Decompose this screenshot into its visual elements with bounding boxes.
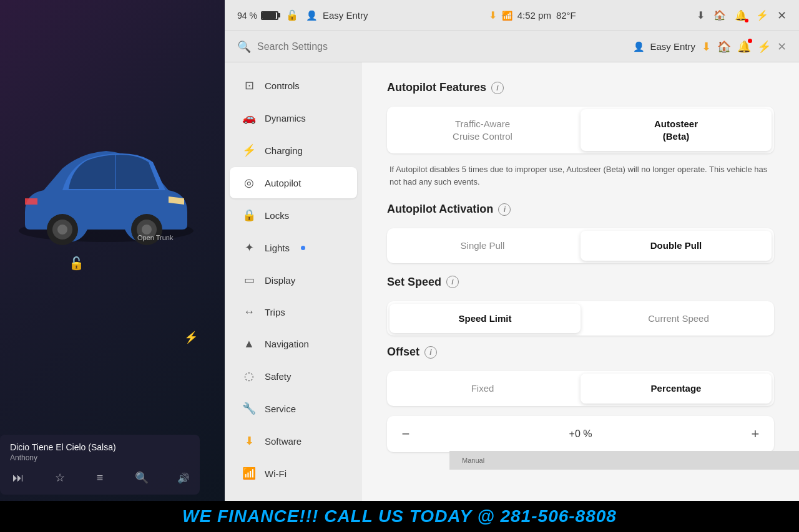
offset-control: − +0 % + <box>387 416 774 452</box>
offset-value: +0 % <box>424 428 737 440</box>
offset-title: Offset i <box>387 346 774 359</box>
status-center: ⬇ 📶 4:52 pm 82°F <box>489 9 576 21</box>
controls-label: Controls <box>265 80 300 91</box>
sidebar-item-dynamics[interactable]: 🚗 Dynamics <box>230 102 357 133</box>
search-bar: 🔍 👤 Easy Entry ⬇ 🏠 🔔 ⚡ ✕ <box>225 31 799 62</box>
sidebar-item-service[interactable]: 🔧 Service <box>230 393 357 424</box>
sidebar-item-autopilot[interactable]: ◎ Autopilot <box>230 167 357 198</box>
charging-icon: ⚡ <box>242 143 256 157</box>
music-search-button[interactable]: 🔍 <box>132 468 151 487</box>
set-speed-title: Set Speed i <box>387 276 774 289</box>
cancel-icon: ✕ <box>777 9 787 22</box>
single-pull-button[interactable]: Single Pull <box>387 228 578 263</box>
bell-icon: 🔔 <box>735 9 747 21</box>
manual-bar: Manual <box>449 451 799 470</box>
percentage-button[interactable]: Percentage <box>581 374 772 404</box>
sidebar-item-navigation[interactable]: ▲ Navigation <box>230 329 357 359</box>
content-area: ⊡ Controls 🚗 Dynamics ⚡ Charging ◎ Autop… <box>225 62 799 501</box>
activation-info-icon[interactable]: i <box>498 203 511 216</box>
lights-icon: ✦ <box>242 241 256 254</box>
trips-icon: ↔ <box>242 306 256 319</box>
navigation-label: Navigation <box>265 339 309 349</box>
bluetooth-icon: ⚡ <box>756 9 768 21</box>
wifi-label: Wi-Fi <box>265 468 287 479</box>
music-favorite-button[interactable]: ☆ <box>52 468 67 487</box>
locks-label: Locks <box>265 210 289 221</box>
battery-fill <box>262 12 276 19</box>
autopilot-description: If Autopilot disables 5 times due to imp… <box>387 163 774 188</box>
trips-label: Trips <box>265 307 285 317</box>
lights-label: Lights <box>265 243 290 253</box>
search-icon: 🔍 <box>237 40 251 54</box>
time-display: 4:52 pm <box>517 10 551 21</box>
sidebar-item-software[interactable]: ⬇ Software <box>230 425 357 457</box>
sidebar-item-wifi[interactable]: 📶 Wi-Fi <box>230 458 357 489</box>
lights-dot <box>301 246 305 250</box>
sidebar-item-safety[interactable]: ◌ Safety <box>230 360 357 392</box>
battery-info: 94 % <box>237 11 278 21</box>
sidebar-item-locks[interactable]: 🔒 Locks <box>230 200 357 231</box>
sidebar-item-controls[interactable]: ⊡ Controls <box>230 70 357 101</box>
status-left: 94 % 🔓 👤 Easy Entry <box>237 9 368 21</box>
speed-limit-button[interactable]: Speed Limit <box>390 304 581 334</box>
autopilot-activation-title: Autopilot Activation i <box>387 203 774 216</box>
search-bluetooth-icon: ⚡ <box>757 40 771 54</box>
user-icon: 👤 <box>306 10 318 21</box>
music-controls: ⏭ ☆ ≡ 🔍 🔊 <box>10 468 190 487</box>
service-icon: 🔧 <box>242 402 256 415</box>
search-profile-text: Easy Entry <box>650 41 695 52</box>
autopilot-features-toggle: Traffic-Aware Cruise Control Autosteer (… <box>387 107 774 153</box>
dynamics-icon: 🚗 <box>242 111 256 125</box>
autopilot-activation-toggle: Single Pull Double Pull <box>387 228 774 263</box>
search-user-icon: 👤 <box>633 41 645 52</box>
header-profile-label: Easy Entry <box>323 10 368 21</box>
music-player: Dicio Tiene El Cielo (Salsa) Anthony ⏭ ☆… <box>0 435 200 495</box>
safety-icon: ◌ <box>242 369 256 383</box>
fixed-button[interactable]: Fixed <box>387 371 578 406</box>
sidebar-item-lights[interactable]: ✦ Lights <box>230 232 357 263</box>
search-profile: 👤 Easy Entry ⬇ 🏠 🔔 ⚡ ✕ <box>633 40 787 54</box>
search-house-icon: 🏠 <box>717 40 731 54</box>
car-display: 🔓 ⚡ Open Trunk <box>0 112 212 287</box>
car-image <box>6 131 206 256</box>
sidebar-item-display[interactable]: ▭ Display <box>230 264 357 296</box>
finance-banner: WE FINANCE!!! CALL US TODAY @ 281-506-88… <box>0 501 799 532</box>
locks-icon: 🔒 <box>242 208 256 222</box>
sidebar-nav: ⊡ Controls 🚗 Dynamics ⚡ Charging ◎ Autop… <box>225 62 362 501</box>
display-label: Display <box>265 275 295 286</box>
double-pull-button[interactable]: Double Pull <box>581 231 772 261</box>
wifi-icon: 📶 <box>242 467 256 480</box>
settings-panel: 94 % 🔓 👤 Easy Entry ⬇ 📶 4:52 pm 82°F ⬇ 🏠… <box>225 0 799 501</box>
safety-label: Safety <box>265 371 292 382</box>
cruise-control-button[interactable]: Traffic-Aware Cruise Control <box>387 107 578 153</box>
autopilot-settings: Autopilot Features i Traffic-Aware Cruis… <box>362 62 799 501</box>
car-lock-icon: 🔓 <box>69 256 84 271</box>
current-speed-button[interactable]: Current Speed <box>583 301 774 336</box>
display-icon: ▭ <box>242 273 256 287</box>
set-speed-info-icon[interactable]: i <box>446 276 459 288</box>
charging-label: Charging <box>265 145 303 156</box>
search-input[interactable] <box>257 41 627 52</box>
battery-percentage: 94 % <box>237 11 257 21</box>
offset-minus-button[interactable]: − <box>387 416 424 452</box>
trunk-label[interactable]: Open Trunk <box>137 234 173 241</box>
offset-info-icon[interactable]: i <box>424 346 437 359</box>
autosteer-button[interactable]: Autosteer (Beta) <box>581 109 772 151</box>
software-icon: ⬇ <box>242 434 256 448</box>
search-download-icon: ⬇ <box>702 40 711 54</box>
svg-point-7 <box>142 225 152 235</box>
car-charge-icon: ⚡ <box>184 331 198 344</box>
music-skip-button[interactable]: ⏭ <box>10 469 26 487</box>
status-right: ⬇ 🏠 🔔 ⚡ ✕ <box>697 9 787 22</box>
offset-plus-button[interactable]: + <box>737 416 774 452</box>
autopilot-icon: ◎ <box>242 176 256 190</box>
sidebar-item-trips[interactable]: ↔ Trips <box>230 297 357 327</box>
house-icon: 🏠 <box>713 9 726 21</box>
music-equalizer-button[interactable]: ≡ <box>94 469 106 487</box>
sidebar-item-charging[interactable]: ⚡ Charging <box>230 135 357 166</box>
autopilot-features-info-icon[interactable]: i <box>491 82 504 94</box>
service-label: Service <box>265 404 296 414</box>
manual-label: Manual <box>462 457 484 464</box>
lock-status-icon: 🔓 <box>286 9 298 21</box>
signal-off-icon: 📶 <box>502 11 512 21</box>
